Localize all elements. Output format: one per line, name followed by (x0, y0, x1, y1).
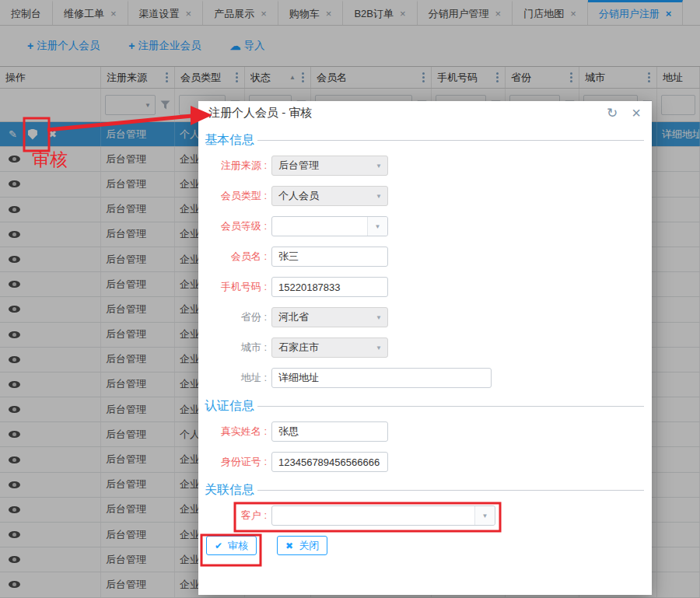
field-input[interactable]: 123456789456566666 (271, 452, 388, 472)
field-value: 个人会员 (278, 189, 370, 203)
field-label: 真实姓名 : (205, 425, 271, 439)
field-select[interactable]: ▼ (271, 216, 388, 236)
field-select: 后台管理▼ (271, 156, 388, 176)
field-value: 123456789456566666 (278, 456, 387, 468)
form-field: 省份 :河北省▼ (205, 307, 644, 327)
button-label: 审核 (228, 540, 248, 551)
field-value: 张思 (278, 425, 387, 439)
form-field: 身份证号 :123456789456566666 (205, 452, 644, 472)
section-line (257, 140, 644, 141)
field-value: 张三 (278, 250, 387, 264)
form-field: 客户 :▼ (205, 505, 644, 526)
form-field: 手机号码 :15220187833 (205, 277, 644, 297)
field-value: 15220187833 (278, 282, 387, 293)
field-label: 身份证号 : (205, 455, 271, 469)
field-label: 会员类型 : (205, 189, 271, 203)
modal-buttons: ✔审核✖关闭 (206, 536, 644, 555)
field-label: 会员名 : (205, 250, 271, 264)
close-button[interactable]: ✖关闭 (277, 536, 327, 555)
section-title: 关联信息 (205, 482, 254, 498)
form-field: 城市 :石家庄市▼ (205, 337, 644, 358)
field-label: 手机号码 : (205, 280, 271, 294)
dropdown-button[interactable]: ▼ (367, 217, 387, 236)
section-line (257, 490, 644, 491)
field-value: 石家庄市 (278, 341, 370, 355)
dropdown-caret-icon: ▼ (370, 193, 387, 200)
form-field: 地址 :详细地址 (205, 368, 644, 388)
dropdown-caret-icon: ▼ (370, 314, 387, 321)
form-field: 注册来源 :后台管理▼ (205, 156, 644, 176)
dropdown-button[interactable]: ▼ (474, 506, 495, 525)
field-select: 个人会员▼ (271, 186, 388, 206)
section-line (257, 406, 644, 407)
review-button[interactable]: ✔审核 (206, 536, 257, 555)
form-field: 真实姓名 :张思 (205, 421, 644, 442)
field-input[interactable]: 15220187833 (271, 277, 388, 297)
field-label: 客户 : (205, 509, 271, 523)
section-header: 关联信息 (205, 482, 644, 498)
modal-register-review: 注册个人会员 - 审核 ↻ × 基本信息注册来源 :后台管理▼会员类型 :个人会… (198, 101, 652, 595)
dropdown-caret-icon: ▼ (375, 223, 381, 230)
refresh-icon[interactable]: ↻ (607, 107, 618, 120)
field-label: 注册来源 : (205, 159, 271, 173)
field-label: 城市 : (205, 341, 271, 355)
dropdown-caret-icon: ▼ (370, 163, 387, 170)
check-icon: ✔ (215, 541, 222, 551)
modal-body: 基本信息注册来源 :后台管理▼会员类型 :个人会员▼会员等级 :▼会员名 :张三… (198, 124, 652, 555)
field-value: 详细地址 (278, 371, 491, 385)
button-label: 关闭 (299, 540, 319, 551)
field-input[interactable]: 张思 (271, 421, 388, 442)
field-select: 石家庄市▼ (271, 337, 388, 358)
dropdown-caret-icon: ▼ (482, 512, 488, 519)
close-icon: ✖ (285, 541, 293, 551)
field-value: 后台管理 (278, 159, 370, 173)
modal-close-icon[interactable]: × (632, 105, 641, 121)
field-value: 河北省 (278, 310, 370, 324)
field-select: 河北省▼ (271, 307, 388, 327)
field-select[interactable]: ▼ (271, 505, 495, 526)
field-label: 省份 : (205, 310, 271, 324)
section-title: 认证信息 (205, 398, 254, 414)
section-header: 基本信息 (205, 132, 644, 149)
section-title: 基本信息 (205, 132, 254, 149)
app-window: 控制台维修工单×渠道设置×产品展示×购物车×B2B订单×分销用户管理×门店地图×… (0, 0, 700, 598)
modal-header: 注册个人会员 - 审核 ↻ × (198, 101, 652, 124)
form-field: 会员等级 :▼ (205, 216, 644, 236)
section-header: 认证信息 (205, 398, 644, 414)
modal-title: 注册个人会员 - 审核 (208, 106, 593, 121)
form-field: 会员类型 :个人会员▼ (205, 186, 644, 206)
field-label: 地址 : (205, 371, 271, 385)
form-field: 会员名 :张三 (205, 247, 644, 267)
field-input[interactable]: 张三 (271, 247, 388, 267)
field-label: 会员等级 : (205, 219, 271, 233)
dropdown-caret-icon: ▼ (370, 344, 387, 351)
field-input[interactable]: 详细地址 (271, 368, 492, 388)
